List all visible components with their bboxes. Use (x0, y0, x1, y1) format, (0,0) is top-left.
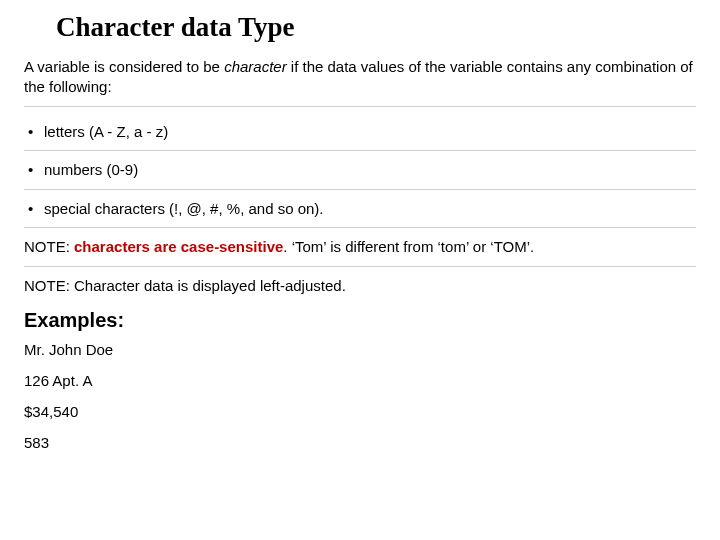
example-item: 583 (24, 427, 696, 458)
example-item: $34,540 (24, 396, 696, 427)
slide-title: Character data Type (56, 12, 696, 43)
list-item: numbers (0-9) (24, 151, 696, 190)
intro-keyword: character (224, 58, 287, 75)
list-item: letters (A - Z, a - z) (24, 113, 696, 152)
example-item: 126 Apt. A (24, 365, 696, 396)
intro-paragraph: A variable is considered to be character… (24, 57, 696, 107)
note-label: NOTE: (24, 238, 74, 255)
list-item: special characters (!, @, #, %, and so o… (24, 190, 696, 229)
bullet-text: letters (A - Z, a - z) (44, 123, 168, 140)
bullet-text: special characters (!, @, #, %, and so o… (44, 200, 324, 217)
note-highlight: characters are case-sensitive (74, 238, 283, 255)
intro-prefix: A variable is considered to be (24, 58, 224, 75)
bullet-text: numbers (0-9) (44, 161, 138, 178)
examples-heading: Examples: (24, 303, 696, 334)
slide-content: Character data Type A variable is consid… (0, 0, 720, 458)
note-rest: . ‘Tom’ is different from ‘tom’ or ‘TOM’… (283, 238, 534, 255)
note-case-sensitive: NOTE: characters are case-sensitive. ‘To… (24, 228, 696, 267)
example-item: Mr. John Doe (24, 334, 696, 365)
note-left-adjusted: NOTE: Character data is displayed left-a… (24, 267, 696, 302)
bullet-list: letters (A - Z, a - z) numbers (0-9) spe… (24, 113, 696, 229)
